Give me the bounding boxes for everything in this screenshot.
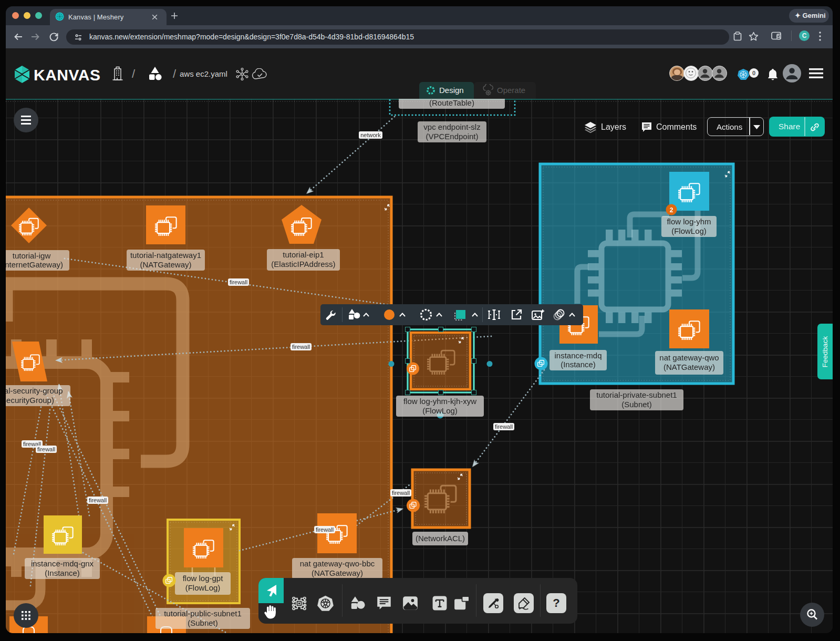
svg-text:(Subnet): (Subnet) [188, 618, 218, 627]
svg-text:firewall: firewall [37, 446, 55, 452]
svg-text:firewall: firewall [495, 423, 513, 430]
svg-text:firewall: firewall [316, 526, 334, 533]
svg-text:tutorial-public-subnet1: tutorial-public-subnet1 [164, 609, 242, 618]
svg-text:(NetworkACL): (NetworkACL) [416, 534, 465, 543]
svg-text:(FlowLog): (FlowLog) [422, 406, 458, 415]
svg-text:(SecurityGroup): (SecurityGroup) [6, 396, 54, 405]
svg-text:(Instance): (Instance) [561, 360, 596, 369]
svg-text:tutorial-private-subnet1: tutorial-private-subnet1 [596, 390, 677, 399]
svg-text:nat gateway-qwo-bbc: nat gateway-qwo-bbc [300, 559, 375, 568]
svg-text:flow log-yhm: flow log-yhm [667, 217, 711, 226]
svg-text:(VPCEndpoint): (VPCEndpoint) [426, 132, 478, 141]
svg-text:network: network [360, 132, 381, 138]
svg-text:nat gateway-qwo: nat gateway-qwo [659, 353, 719, 362]
svg-text:(Subnet): (Subnet) [621, 400, 652, 409]
svg-text:firewall: firewall [392, 490, 410, 496]
svg-text:(InternetGateway): (InternetGateway) [6, 260, 63, 269]
svg-text:instance-mdq-gnx: instance-mdq-gnx [31, 559, 94, 568]
svg-text:flow log-gpt: flow log-gpt [183, 574, 224, 583]
svg-text:instance-mdq: instance-mdq [554, 351, 602, 360]
svg-text:firewall: firewall [230, 279, 247, 285]
svg-text:(RouteTable): (RouteTable) [429, 99, 474, 107]
svg-text:tutorial-igw: tutorial-igw [13, 251, 51, 260]
svg-text:(FlowLog): (FlowLog) [185, 583, 221, 592]
svg-text:firewall: firewall [89, 497, 107, 503]
svg-text:(NATGateway): (NATGateway) [140, 260, 191, 269]
svg-text:(ElasticIPAddress): (ElasticIPAddress) [271, 260, 335, 268]
svg-text:tutorial-eip1: tutorial-eip1 [283, 250, 324, 259]
svg-text:firewall: firewall [292, 344, 310, 350]
svg-text:vpc endpoint-slz: vpc endpoint-slz [423, 122, 480, 131]
svg-text:flow log-yhm-kjh-xyw: flow log-yhm-kjh-xyw [403, 397, 476, 406]
svg-text:tutorial-security-group: tutorial-security-group [6, 386, 63, 395]
svg-text:(Instance): (Instance) [45, 568, 80, 577]
svg-text:tutorial-natgateway1: tutorial-natgateway1 [130, 251, 201, 260]
svg-text:(FlowLog): (FlowLog) [671, 226, 707, 235]
svg-text:0: 0 [752, 70, 755, 76]
svg-text:2: 2 [670, 206, 673, 214]
svg-text:(NATGateway): (NATGateway) [312, 568, 363, 577]
svg-text:(NATGateway): (NATGateway) [663, 363, 715, 371]
